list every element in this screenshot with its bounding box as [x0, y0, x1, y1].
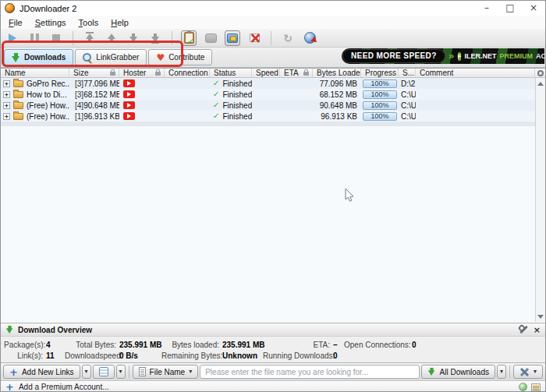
- bytes-loaded: 68.152 MB: [320, 90, 357, 99]
- status-bar: + Add a Premium Account...: [1, 380, 545, 392]
- clipboard-observer-button[interactable]: [181, 30, 197, 46]
- minimize-button[interactable]: –: [475, 1, 498, 16]
- main-toolbar: ↻: [1, 29, 545, 48]
- tab-linkgrabber[interactable]: LinkGrabber: [75, 49, 147, 65]
- search-category-button[interactable]: File Name ▾: [133, 365, 199, 379]
- column-header-hoster[interactable]: Hoster: [119, 69, 165, 77]
- toolbar-separator: [73, 31, 73, 45]
- column-header-name[interactable]: Name: [1, 69, 69, 77]
- column-header-progress[interactable]: Progress: [361, 69, 399, 77]
- chevron-down-icon: ▾: [500, 369, 503, 375]
- stop-downloads-button[interactable]: [48, 30, 64, 46]
- bytes-loaded: 96.913 KB: [321, 112, 357, 121]
- column-header-size[interactable]: Size: [69, 69, 119, 77]
- move-down-icon: [129, 32, 139, 44]
- premium-alert-button[interactable]: [203, 30, 218, 46]
- stat-label: Remaining Bytes:: [161, 351, 219, 360]
- column-header-eta[interactable]: ETA: [280, 69, 313, 77]
- column-header-bytes-loaded[interactable]: Bytes Loaded: [313, 69, 361, 77]
- download-overview-panel: Download Overview × Package(s): 4 Total …: [1, 323, 545, 362]
- stop-icon: [52, 34, 60, 42]
- column-header-comment[interactable]: Comment: [416, 69, 535, 77]
- column-header-connection[interactable]: Connection: [165, 69, 210, 77]
- stat-value: 0: [333, 351, 341, 360]
- package-size: 77.096 MB: [83, 79, 119, 88]
- plus-icon: +: [9, 367, 18, 377]
- column-header-speed[interactable]: Speed: [252, 69, 280, 77]
- expand-package-button[interactable]: +: [3, 91, 10, 98]
- heart-icon: ♥: [156, 53, 165, 62]
- internet-reconnect-button[interactable]: [302, 30, 317, 46]
- expand-package-button[interactable]: +: [3, 113, 10, 120]
- add-container-button[interactable]: [93, 365, 115, 379]
- window-lock-button[interactable]: [225, 30, 240, 46]
- jdownloader-logo-icon: [5, 3, 15, 13]
- move-down-button[interactable]: [126, 30, 141, 46]
- view-filter-dropdown-button[interactable]: ▾: [497, 365, 506, 379]
- move-to-bottom-button[interactable]: [147, 30, 163, 46]
- wrench-icon[interactable]: [519, 325, 528, 334]
- file-icon: [139, 367, 146, 376]
- close-button[interactable]: ×: [522, 1, 545, 16]
- tab-downloads-label: Downloads: [24, 53, 66, 62]
- table-row[interactable]: + GoPro Rec... [3]77.096 MB ✓Finished 77…: [1, 78, 535, 89]
- add-new-links-button[interactable]: + Add New Links: [3, 365, 80, 379]
- magnifier-icon: [83, 53, 92, 62]
- stat-value: 11: [46, 351, 62, 360]
- chevrons-icon: »: [448, 51, 455, 61]
- download-arrow-icon: [12, 53, 20, 62]
- update-status-icon[interactable]: [519, 383, 527, 391]
- scroll-down-button[interactable]: [536, 312, 545, 321]
- stat-label: Package(s):: [4, 341, 43, 349]
- view-filter-button[interactable]: All Downloads: [421, 365, 495, 379]
- column-header-save-to[interactable]: S...: [399, 69, 416, 77]
- stat-label: Total Bytes:: [65, 341, 116, 349]
- close-windows-button[interactable]: [246, 30, 262, 46]
- premium-ad-banner[interactable]: NEED MORE SPEED? » F ILER.NET PREMIUM AC…: [342, 48, 544, 64]
- chevron-down-icon: ▾: [85, 369, 88, 375]
- column-header-status[interactable]: Status: [210, 69, 252, 77]
- close-panel-icon[interactable]: ×: [534, 326, 541, 334]
- tab-contribute[interactable]: ♥ Contribute: [148, 49, 212, 65]
- progress-bar: 100%: [363, 112, 397, 121]
- start-downloads-button[interactable]: [5, 30, 20, 46]
- scroll-up-button[interactable]: [536, 79, 545, 88]
- expand-package-button[interactable]: +: [3, 102, 10, 109]
- move-up-button[interactable]: [104, 30, 119, 46]
- table-row[interactable]: + (Free) How... [4]90.648 MB ✓Finished 9…: [1, 100, 535, 111]
- add-premium-account-link[interactable]: Add a Premium Account...: [19, 383, 109, 391]
- stat-label: Open Connections:: [344, 341, 409, 349]
- folder-icon: [13, 113, 23, 120]
- log-list-icon[interactable]: [531, 383, 541, 391]
- package-name: GoPro Rec...: [27, 79, 69, 88]
- expand-package-button[interactable]: +: [3, 80, 10, 87]
- bytes-loaded: 77.096 MB: [320, 79, 357, 88]
- menu-file[interactable]: File: [2, 16, 29, 29]
- youtube-icon: [123, 112, 135, 120]
- table-row[interactable]: + How to Di... [3]68.152 MB ✓Finished 68…: [1, 89, 535, 100]
- table-row[interactable]: + (Free) How... [1]96.913 KB ✓Finished 9…: [1, 111, 535, 122]
- youtube-icon: [123, 90, 135, 98]
- menu-help[interactable]: Help: [105, 16, 135, 29]
- vertical-scrollbar[interactable]: [535, 78, 545, 322]
- disabled-icon: [205, 34, 217, 43]
- folder-icon: [13, 102, 23, 109]
- pause-downloads-button[interactable]: [27, 30, 42, 46]
- add-container-dropdown-button[interactable]: ▾: [116, 365, 126, 379]
- add-links-dropdown-button[interactable]: ▾: [82, 365, 91, 379]
- move-to-top-button[interactable]: [82, 30, 98, 46]
- menu-tools[interactable]: Tools: [73, 16, 105, 29]
- column-settings-button[interactable]: [535, 69, 545, 77]
- container-icon: [99, 367, 108, 376]
- tab-downloads[interactable]: Downloads: [4, 49, 73, 65]
- menu-settings[interactable]: Settings: [29, 16, 73, 29]
- quick-settings-button[interactable]: ▾: [513, 365, 543, 379]
- toolbar-separator: [172, 31, 172, 45]
- maximize-button[interactable]: □: [498, 1, 522, 16]
- filename-search-input[interactable]: [200, 365, 419, 379]
- menu-bar: File Settings Tools Help: [1, 16, 545, 29]
- reconnect-disabled-button[interactable]: ↻: [280, 30, 296, 46]
- reconnect-icon: ↻: [283, 33, 292, 44]
- stat-value: 235.991 MB: [119, 341, 158, 349]
- stat-value: –: [333, 341, 341, 349]
